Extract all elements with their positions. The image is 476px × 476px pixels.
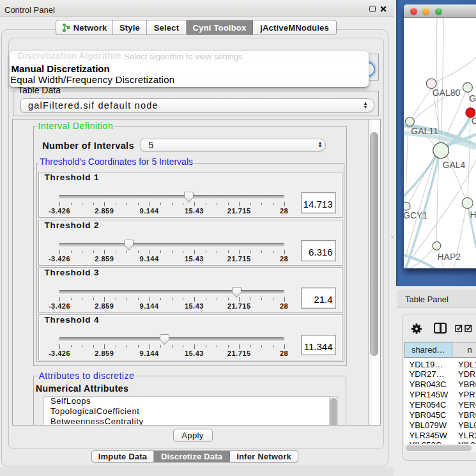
svg-text:GAL80: GAL80 (433, 88, 461, 98)
svg-text:GAL11: GAL11 (411, 126, 438, 136)
svg-text:GCY1: GCY1 (404, 210, 427, 220)
svg-text:HAP2: HAP2 (438, 252, 461, 262)
svg-text:G.: G. (469, 93, 476, 104)
svg-text:C: C (472, 116, 476, 126)
svg-text:H: H (470, 210, 476, 220)
svg-text:GAL4: GAL4 (443, 160, 466, 170)
